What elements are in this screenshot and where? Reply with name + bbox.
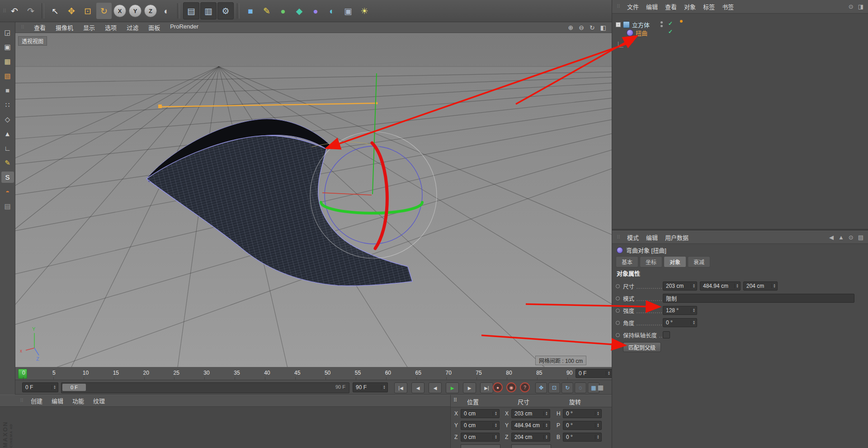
size-field[interactable]: 204 cm <box>511 433 550 442</box>
stepper-icon[interactable] <box>595 423 599 428</box>
record-options-button[interactable]: ? <box>520 382 530 392</box>
attribute-tab[interactable]: 基本 <box>616 256 638 267</box>
z-axis-lock-button[interactable]: Z <box>144 5 157 17</box>
make-editable-icon[interactable]: ◲ <box>1 27 14 38</box>
redo-icon[interactable]: ↷ <box>23 3 38 19</box>
size-field[interactable]: 484.94 cm <box>511 421 550 430</box>
add-spline-icon[interactable]: ✎ <box>259 3 274 19</box>
rotate-view-icon[interactable]: ↻ <box>590 24 595 31</box>
timeline-slider-thumb[interactable]: 0 F <box>62 384 86 391</box>
render-view-icon[interactable]: ▤ <box>183 2 199 19</box>
record-keyframe-button[interactable]: ● <box>493 382 503 392</box>
magnet-icon[interactable]: ◓ <box>1 186 14 197</box>
x-axis-lock-button[interactable]: X <box>113 5 126 17</box>
viewport-menu-handle[interactable]: ⠿ <box>21 24 24 30</box>
stepper-icon[interactable] <box>595 411 599 416</box>
object-label-cube[interactable]: 立方体 <box>632 20 650 29</box>
add-camera-icon[interactable]: ▣ <box>340 3 356 19</box>
search-icon[interactable]: ⊙ <box>849 3 854 10</box>
viewport-menu-item[interactable]: ProRender <box>170 23 198 32</box>
rotation-key-toggle[interactable]: ↻ <box>561 382 573 393</box>
ruler-frame-field[interactable]: 0 F <box>576 369 613 378</box>
stepper-icon[interactable] <box>543 411 548 416</box>
object-manager-menu-item[interactable]: 文件 <box>627 2 639 11</box>
viewport-menu-item[interactable]: 过滤 <box>127 23 138 32</box>
viewport-menu-item[interactable]: 选项 <box>105 23 117 32</box>
viewport-menu-item[interactable]: 面板 <box>148 23 160 32</box>
position-key-toggle[interactable]: ✥ <box>535 382 547 393</box>
lock-icon[interactable]: ⊙ <box>849 234 854 241</box>
snap-icon[interactable]: S <box>1 172 14 183</box>
up-icon[interactable]: ▲ <box>838 234 844 241</box>
stepper-icon[interactable] <box>691 320 695 325</box>
stepper-icon[interactable] <box>771 284 776 288</box>
goto-end-button[interactable]: ▶| <box>480 382 493 393</box>
attribute-menu-item[interactable]: 编辑 <box>646 233 658 242</box>
add-cube-icon[interactable]: ■ <box>243 3 258 19</box>
object-row-bend[interactable]: 扭曲 ✓ <box>612 28 868 37</box>
viewport-menu-item[interactable]: 摄像机 <box>56 23 73 32</box>
stepper-icon[interactable] <box>595 435 599 439</box>
rotation-field[interactable]: 0 ° <box>563 433 602 442</box>
size-y-field[interactable]: 484.94 cm <box>700 281 741 291</box>
visibility-dots-icon[interactable] <box>660 21 663 27</box>
history-icon[interactable]: ▤ <box>858 234 863 241</box>
position-field[interactable]: 0 cm <box>461 433 500 442</box>
size-z-field[interactable]: 204 cm <box>743 281 778 291</box>
polygons-mode-icon[interactable]: ▲ <box>1 128 14 139</box>
keyframe-dot-icon[interactable] <box>616 333 620 337</box>
position-field[interactable]: 0 cm <box>461 409 500 418</box>
object-label-bend[interactable]: 扭曲 <box>636 29 647 37</box>
zoom-view-icon[interactable]: ⊖ <box>579 24 584 31</box>
stepper-icon[interactable] <box>493 423 497 428</box>
object-manager-menu-item[interactable]: 查看 <box>665 2 677 11</box>
material-menu-handle[interactable]: ⠿ <box>20 398 23 404</box>
add-generator-icon[interactable]: ● <box>275 3 291 19</box>
texture-mode-icon[interactable]: ▦ <box>1 56 14 67</box>
stepper-icon[interactable] <box>691 308 695 313</box>
parameter-key-toggle[interactable]: ◌ <box>575 382 586 393</box>
stepper-icon[interactable] <box>734 284 739 288</box>
attribute-tab[interactable]: 衰减 <box>688 256 710 267</box>
coordinates-menu-handle[interactable]: ⠿ <box>453 397 457 403</box>
attribute-tab[interactable]: 对象 <box>664 256 686 267</box>
add-environment-icon[interactable]: ◐ <box>324 3 340 19</box>
material-menu-item[interactable]: 创建 <box>31 396 42 405</box>
workplane-icon[interactable]: ∟ <box>1 143 14 154</box>
stepper-icon[interactable] <box>493 411 497 416</box>
object-manager-menu-item[interactable]: 编辑 <box>646 2 658 11</box>
fit-to-parent-button[interactable]: 匹配到父级 <box>623 342 661 352</box>
toolbar-drag-handle[interactable]: ⠿ <box>3 8 6 14</box>
pan-view-icon[interactable]: ⊕ <box>568 24 574 31</box>
add-light-icon[interactable]: ☀ <box>357 3 372 19</box>
end-frame-field[interactable]: 90 F <box>353 382 388 392</box>
attribute-manager-handle[interactable]: ⠿ <box>617 234 620 240</box>
keep-length-checkbox[interactable] <box>663 331 670 338</box>
object-manager-menu-item[interactable]: 标签 <box>703 2 715 11</box>
goto-start-button[interactable]: |◀ <box>394 382 407 393</box>
keyframe-selection-icon[interactable]: ▦ <box>598 384 604 391</box>
next-frame-button[interactable]: ▶ <box>463 382 476 393</box>
object-manager-menu-item[interactable]: 对象 <box>684 2 696 11</box>
previous-frame-button[interactable]: ◀ <box>429 382 442 393</box>
render-settings-icon[interactable]: ⚙ <box>217 2 234 19</box>
texture-axis-mode-icon[interactable]: ▧ <box>1 70 14 81</box>
play-backward-button[interactable]: ◀ <box>411 382 425 393</box>
object-manager-handle[interactable]: ⠿ <box>617 4 620 10</box>
stepper-icon[interactable] <box>606 371 610 376</box>
pen-tool-icon[interactable]: ✎ <box>1 157 14 168</box>
object-row-cube[interactable]: - 立方体 ✓ <box>612 20 868 29</box>
object-manager-menu-item[interactable]: 书签 <box>722 2 734 11</box>
rotate-tool-icon[interactable]: ↻ <box>96 3 112 19</box>
attribute-tab[interactable]: 坐标 <box>640 256 662 267</box>
attribute-menu-item[interactable]: 用户数据 <box>665 233 689 242</box>
current-frame-field[interactable]: 0 F <box>22 382 58 392</box>
rotation-field[interactable]: 0 ° <box>563 421 602 430</box>
keyframe-dot-icon[interactable] <box>616 309 620 313</box>
keyframe-dot-icon[interactable] <box>616 296 620 300</box>
object-mode-icon[interactable]: ■ <box>1 85 14 96</box>
toggle-layout-icon[interactable]: ◧ <box>600 24 606 31</box>
material-menu-item[interactable]: 纹理 <box>93 396 105 405</box>
stepper-icon[interactable] <box>493 435 497 439</box>
coordinate-system-icon[interactable]: ◐ <box>159 3 174 19</box>
